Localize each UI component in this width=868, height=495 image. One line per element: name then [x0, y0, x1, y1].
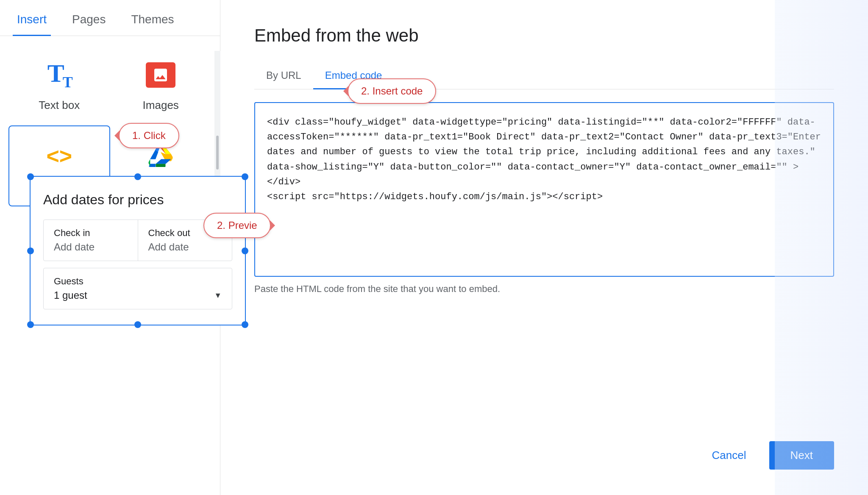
resize-handle-tl[interactable] — [27, 173, 34, 180]
bubble-preview: 2. Previe — [203, 213, 271, 238]
cancel-button[interactable]: Cancel — [702, 441, 757, 470]
code-hint: Paste the HTML code from the site that y… — [254, 284, 834, 295]
insert-item-textbox[interactable]: TT Text box — [8, 44, 110, 125]
left-panel-tabs: Insert Pages Themes — [0, 0, 220, 36]
widget-title: Add dates for prices — [43, 192, 232, 208]
textbox-icon-area: TT — [42, 58, 76, 92]
widget-preview: Add dates for prices Check in Add date C… — [30, 176, 246, 325]
dialog-buttons: Cancel Next — [254, 441, 834, 470]
widget-content: Add dates for prices Check in Add date C… — [31, 177, 245, 325]
insert-item-images[interactable]: Images — [110, 44, 212, 125]
images-icon — [146, 62, 175, 88]
textbox-icon: TT — [47, 59, 71, 91]
checkin-value: Add date — [54, 241, 128, 253]
dialog-tab-url[interactable]: By URL — [254, 63, 313, 89]
dialog-tabs: By URL Embed code — [254, 63, 834, 89]
embed-dialog: Embed from the web By URL Embed code <di… — [220, 0, 868, 495]
guests-value: 1 guest — [54, 289, 87, 301]
images-icon-area — [144, 58, 178, 92]
resize-handle-tr[interactable] — [242, 173, 248, 180]
bubble-click: 1. Click — [119, 123, 179, 148]
images-label: Images — [143, 99, 179, 112]
resize-handle-mr[interactable] — [242, 248, 248, 254]
embed-code-textarea[interactable]: <div class="houfy_widget" data-widgettyp… — [267, 115, 821, 259]
embed-icon-area: <> — [42, 139, 76, 173]
tab-pages[interactable]: Pages — [68, 0, 110, 36]
scrollbar[interactable] — [214, 51, 220, 178]
resize-handle-br[interactable] — [242, 321, 248, 328]
scroll-thumb — [216, 136, 219, 170]
resize-handle-ml[interactable] — [27, 248, 34, 254]
resize-handle-tm[interactable] — [134, 173, 141, 180]
guests-row: 1 guest ▼ — [54, 289, 222, 301]
checkin-cell[interactable]: Check in Add date — [44, 220, 138, 261]
widget-preview-wrapper: Add dates for prices Check in Add date C… — [30, 176, 246, 325]
tab-insert[interactable]: Insert — [13, 0, 51, 36]
embed-icon: <> — [46, 143, 72, 169]
dialog-title: Embed from the web — [254, 25, 834, 46]
code-input-box: <div class="houfy_widget" data-widgettyp… — [254, 102, 834, 277]
resize-handle-bm[interactable] — [134, 321, 141, 328]
guests-section[interactable]: Guests 1 guest ▼ — [43, 268, 232, 309]
textbox-label: Text box — [39, 99, 80, 112]
tab-themes[interactable]: Themes — [127, 0, 178, 36]
bubble-insert-code: 2. Insert code — [348, 78, 436, 104]
background-decoration — [775, 0, 868, 495]
checkin-label: Check in — [54, 228, 128, 239]
guests-label: Guests — [54, 276, 222, 287]
chevron-down-icon: ▼ — [214, 291, 222, 300]
checkout-value: Add date — [148, 241, 222, 253]
resize-handle-bl[interactable] — [27, 321, 34, 328]
